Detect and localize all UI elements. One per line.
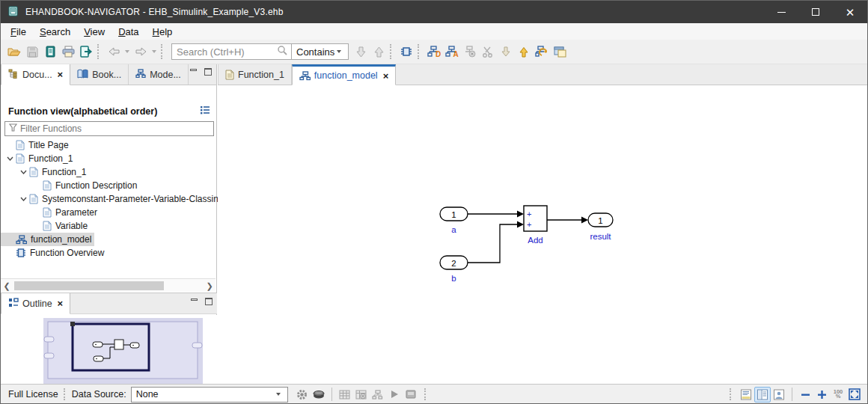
data-source-select[interactable]: None [131,387,288,403]
block-label: Add [528,236,542,245]
tab-models[interactable]: Mode... [129,64,189,85]
view-document-icon[interactable] [738,387,754,403]
main-area: Docu... × Book... Mode... [1,64,868,384]
app-icon [7,5,19,19]
close-icon[interactable]: × [58,69,64,80]
measure-grid-remove-icon [353,387,370,403]
model-navigate-icon[interactable] [397,43,415,61]
tree-item-variable[interactable]: Variable [1,219,91,233]
search-input[interactable] [172,45,277,58]
svg-text:+: + [527,220,531,229]
left-tabbar: Docu... × Book... Mode... [1,64,216,85]
scroll-left-icon[interactable]: ❮ [1,279,13,293]
outline-thumbnail[interactable] [1,315,217,384]
data-source-label: Data Source: [72,389,126,400]
chevron-expanded-icon[interactable] [17,197,29,201]
filter-functions-input[interactable] [20,123,213,134]
database-icon[interactable] [311,387,327,403]
toolbar-separator [418,44,421,59]
model-data-icon[interactable]: D [425,43,443,61]
arrowhead [517,221,524,228]
arrowhead [581,217,588,224]
nav-back-dropdown-icon [125,50,129,53]
tree-horizontal-scrollbar[interactable]: ❮ ❯ [1,278,216,292]
close-icon[interactable]: × [383,70,389,82]
outport-result-block[interactable]: 1 result [588,213,613,241]
toolbar-separator [97,44,101,59]
scrollbar-thumb[interactable] [14,281,164,290]
view-menu-icon[interactable] [200,105,210,117]
tab-label: Outline [22,299,52,309]
wire-b-to-add [468,224,518,263]
jump-up-icon [370,43,388,61]
handbook-icon[interactable] [41,43,59,61]
tree-item-function-description[interactable]: Function Description [1,179,140,192]
stop-display-icon[interactable] [403,387,419,403]
menu-view[interactable]: View [77,25,111,39]
document-icon [43,207,52,218]
document-icon [225,70,234,80]
chevron-expanded-icon[interactable] [17,170,29,174]
zoom-in-icon[interactable] [813,387,830,403]
zoom-out-icon[interactable] [797,387,813,403]
open-panels-icon[interactable] [551,43,569,61]
scroll-right-icon[interactable]: ❯ [204,279,216,293]
tree-item-function-1[interactable]: Function_1 [1,152,76,165]
tree-item-title-page[interactable]: Title Page [1,138,72,152]
menu-search[interactable]: Search [33,25,77,39]
tab-outline[interactable]: Outline × [1,293,70,314]
chevron-expanded-icon[interactable] [4,156,16,161]
tree-item-function-model[interactable]: function_model [1,233,94,246]
import-arrow-icon [497,43,515,61]
contains-dropdown[interactable]: Contains [292,44,348,59]
settings-gear-icon[interactable] [294,387,311,403]
tree-item-function-1-child[interactable]: Function_1 [1,165,89,179]
tab-function-1[interactable]: Function_1 [218,64,292,85]
minimize-panel-icon[interactable] [189,298,198,306]
editor-area: Function_1 function_model × [218,64,868,384]
search-icon[interactable] [277,45,288,58]
zoom-reset-button[interactable]: 100 % [830,390,846,400]
model-reload-icon[interactable] [533,43,551,61]
add-block[interactable]: + + Add [524,206,547,245]
nav-forward-dropdown-icon [152,50,156,53]
play-icon[interactable] [386,387,403,403]
open-handbook-icon[interactable] [5,43,23,61]
tab-bookmarks[interactable]: Book... [70,64,129,85]
menu-data[interactable]: Data [111,25,145,39]
export-handbook-icon[interactable] [77,43,95,61]
maximize-button[interactable] [798,1,833,23]
inport-a-block[interactable]: 1 a [440,207,468,234]
document-icon [29,167,38,177]
document-tree-icon [8,69,19,81]
model-canvas[interactable]: 1 a 2 b + + Add [218,85,868,384]
app-window: EHANDBOOK-NAVIGATOR - EHB_Simulink_Examp… [0,0,868,404]
model-icon [16,235,27,245]
model-icon [135,69,146,80]
window-title: EHANDBOOK-NAVIGATOR - EHB_Simulink_Examp… [25,7,284,17]
tab-documentation[interactable]: Docu... × [1,64,70,85]
tree-item-systemconstant[interactable]: Systemconstant-Parameter-Variable-Classi… [1,192,221,206]
print-icon[interactable] [59,43,77,61]
maximize-panel-icon[interactable] [204,298,213,306]
tab-function-model[interactable]: function_model × [292,64,396,85]
model-annotation-icon[interactable]: A [443,43,461,61]
menu-file[interactable]: File [4,25,33,39]
minimize-button[interactable] [764,1,798,23]
tree-item-function-overview[interactable]: Function Overview [1,246,107,260]
toolbar-separator [390,44,394,59]
model-remove-icon [461,43,479,61]
fit-to-screen-icon[interactable] [846,387,863,403]
close-button[interactable]: ✕ [833,1,867,23]
menu-help[interactable]: Help [146,25,180,39]
view-split-icon[interactable] [754,387,771,403]
tree-item-parameter[interactable]: Parameter [1,206,100,219]
view-person-icon[interactable] [771,387,787,403]
maximize-panel-icon[interactable] [204,68,213,76]
minimize-panel-icon[interactable] [189,68,198,76]
inport-b-block[interactable]: 2 b [440,256,468,283]
document-icon [43,180,52,191]
document-icon [16,140,25,150]
close-icon[interactable]: × [58,298,64,309]
export-arrow-icon[interactable] [515,43,533,61]
